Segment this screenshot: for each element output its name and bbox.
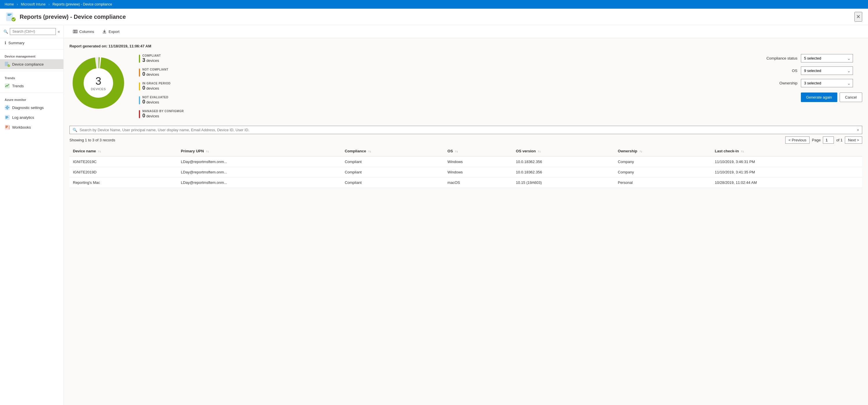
sidebar-workbooks-label: Workbooks	[12, 125, 31, 130]
search-icon: 🔍	[3, 30, 8, 34]
donut-chart: 3 DEVICES	[69, 54, 127, 112]
cell-os-version: 10.15 (19A603)	[513, 177, 614, 188]
cell-os: Windows	[444, 157, 513, 167]
pagination-of: of 1	[836, 138, 842, 142]
export-label: Export	[108, 30, 120, 34]
table-body: IGNITE2019C LDay@reportmsftem.onm... Com…	[69, 157, 862, 188]
legend-unit-not-evaluated: devices	[146, 100, 159, 104]
col-primary-upn[interactable]: Primary UPN ↑↓	[177, 146, 341, 157]
cell-last-checkin: 11/10/2019, 3:46:31 PM	[711, 157, 862, 167]
sort-icon-os-version: ↑↓	[538, 150, 541, 153]
records-count: Showing 1 to 3 of 3 records	[69, 138, 115, 142]
filter-row-ownership: Ownership 3 selected	[763, 79, 862, 87]
compliance-status-select[interactable]: 5 selected	[801, 54, 853, 62]
breadcrumb-intune[interactable]: Microsoft Intune	[21, 2, 45, 6]
search-bar-icon: 🔍	[73, 128, 77, 132]
sort-icon-device-name: ↑↓	[98, 150, 101, 153]
export-icon	[102, 29, 107, 34]
sidebar-log-analytics-label: Log analytics	[12, 115, 34, 120]
ownership-select[interactable]: 3 selected	[801, 79, 853, 87]
generate-again-button[interactable]: Generate again	[801, 93, 837, 102]
sidebar-azure-monitor-section: Azure monitor	[0, 95, 63, 103]
legend-unit-compliant: devices	[146, 58, 159, 63]
sort-icon-compliance: ↑↓	[368, 150, 371, 153]
legend-unit-grace: devices	[146, 86, 159, 91]
cell-device-name: IGNITE2019D	[69, 167, 177, 177]
data-table: Device name ↑↓ Primary UPN ↑↓ Compliance…	[69, 146, 862, 188]
sidebar-item-device-compliance[interactable]: Device compliance	[0, 59, 63, 69]
legend-category-compliant: COMPLIANT	[142, 54, 161, 57]
legend-value-not-compliant: 0	[142, 71, 145, 77]
cancel-button[interactable]: Cancel	[840, 93, 862, 102]
legend-item-configmgr: MANAGED BY CONFIGMGR 0 devices	[139, 109, 184, 119]
col-os[interactable]: OS ↑↓	[444, 146, 513, 157]
table-row: IGNITE2019D LDay@reportmsftem.onm... Com…	[69, 167, 862, 177]
svg-point-3	[11, 18, 16, 22]
sidebar-item-summary[interactable]: ℹ Summary	[0, 38, 63, 47]
columns-icon	[73, 29, 78, 34]
chart-legend: COMPLIANT 3 devices NOT COMPLIANT	[139, 54, 184, 119]
pagination: < Previous Page 1 of 1 Next >	[785, 136, 862, 144]
col-os-version[interactable]: OS version ↑↓	[513, 146, 614, 157]
columns-button[interactable]: Columns	[69, 28, 97, 36]
table-header-row: Device name ↑↓ Primary UPN ↑↓ Compliance…	[69, 146, 862, 157]
legend-bar-compliant	[139, 55, 140, 63]
cell-os: Windows	[444, 167, 513, 177]
svg-rect-24	[76, 30, 77, 33]
legend-item-not-evaluated: NOT EVALUATED 0 devices	[139, 96, 184, 105]
col-device-name[interactable]: Device name ↑↓	[69, 146, 177, 157]
breadcrumb-current: Reports (preview) - Device compliance	[52, 2, 112, 6]
legend-item-compliant: COMPLIANT 3 devices	[139, 54, 184, 63]
sidebar-collapse-button[interactable]: «	[58, 29, 60, 34]
cell-os-version: 10.0.18362.356	[513, 167, 614, 177]
donut-total: 3	[91, 75, 106, 87]
col-last-checkin[interactable]: Last check-in ↑↓	[711, 146, 862, 157]
records-info-row: Showing 1 to 3 of 3 records < Previous P…	[69, 136, 862, 144]
cell-ownership: Personal	[614, 177, 711, 188]
col-ownership[interactable]: Ownership ↑↓	[614, 146, 711, 157]
legend-category-configmgr: MANAGED BY CONFIGMGR	[142, 109, 184, 113]
filter-compliance-label: Compliance status	[763, 56, 797, 60]
cell-compliance: Compliant	[341, 157, 444, 167]
search-input[interactable]	[10, 28, 56, 35]
search-bar-wrap: 🔍 ×	[69, 126, 862, 134]
svg-rect-1	[7, 14, 11, 14]
sort-icon-checkin: ↑↓	[741, 150, 744, 153]
os-select[interactable]: 9 selected	[801, 66, 853, 75]
report-timestamp: Report generated on: 11/18/2019, 11:06:4…	[69, 44, 862, 48]
page-select[interactable]: 1	[823, 136, 834, 144]
close-button[interactable]: ✕	[855, 12, 862, 22]
legend-category-grace: IN GRACE PERIOD	[142, 82, 171, 85]
search-clear-icon[interactable]: ×	[857, 128, 859, 132]
legend-item-not-compliant: NOT COMPLIANT 0 devices	[139, 68, 184, 77]
sidebar-item-log-analytics[interactable]: Log analytics	[0, 112, 63, 122]
sidebar-item-trends[interactable]: Trends	[0, 81, 63, 91]
page-label: Page	[812, 138, 820, 142]
ownership-select-wrap: 3 selected	[801, 79, 853, 87]
legend-category-not-compliant: NOT COMPLIANT	[142, 68, 168, 71]
cell-compliance: Compliant	[341, 177, 444, 188]
svg-rect-18	[5, 126, 8, 126]
breadcrumb-home[interactable]: Home	[5, 2, 14, 6]
sidebar-item-workbooks[interactable]: Workbooks	[0, 122, 63, 132]
next-button[interactable]: Next >	[845, 136, 862, 144]
content-area: Report generated on: 11/18/2019, 11:06:4…	[64, 38, 868, 194]
table-search-input[interactable]	[80, 128, 855, 132]
legend-bar-not-compliant	[139, 69, 140, 77]
device-compliance-icon	[6, 11, 16, 22]
sort-icon-os: ↑↓	[455, 150, 458, 153]
filter-row-compliance: Compliance status 5 selected	[763, 54, 862, 62]
svg-rect-17	[5, 125, 9, 130]
legend-value-grace: 0	[142, 85, 145, 91]
sort-icon-ownership: ↑↓	[640, 150, 642, 153]
legend-bar-configmgr	[139, 110, 140, 118]
sidebar-search-area: 🔍 «	[0, 25, 63, 38]
sidebar-device-management-section: Device management	[0, 51, 63, 59]
previous-button[interactable]: < Previous	[785, 136, 810, 144]
sidebar-trends-label: Trends	[12, 84, 24, 88]
export-button[interactable]: Export	[99, 28, 123, 36]
col-compliance[interactable]: Compliance ↑↓	[341, 146, 444, 157]
sort-icon-upn: ↑↓	[206, 150, 209, 153]
cell-ownership: Company	[614, 167, 711, 177]
sidebar-item-diagnostic-settings[interactable]: Diagnostic settings	[0, 103, 63, 112]
